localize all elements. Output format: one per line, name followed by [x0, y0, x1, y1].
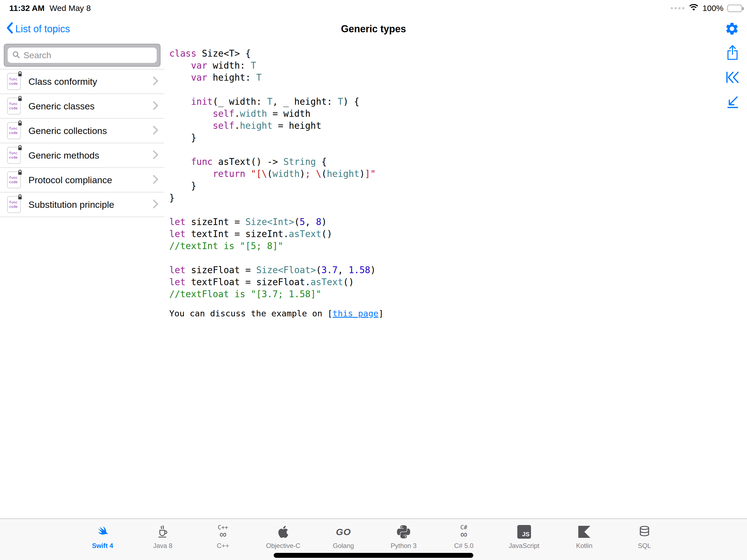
js-icon-text: JS	[522, 531, 530, 538]
tab-label: Java 8	[153, 542, 173, 550]
sidebar-item-label: Protocol compliance	[28, 175, 153, 185]
chevron-right-icon	[153, 101, 158, 111]
tab-swift[interactable]: Swift 4	[73, 523, 133, 560]
main-area: func ( code Class conformity func ( code…	[0, 44, 747, 518]
code-line: var width: T	[169, 59, 714, 72]
code-line: let sizeFloat = Size<Float>(3.7, 1.58)	[169, 264, 714, 276]
chevron-right-icon	[153, 175, 158, 185]
status-date: Wed May 8	[50, 4, 91, 13]
code-block: class Size<T> { var width: T var height:…	[169, 48, 714, 300]
topic-list: func ( code Class conformity func ( code…	[0, 69, 164, 217]
apple-icon	[277, 523, 289, 541]
jump-to-start-button[interactable]	[725, 70, 740, 85]
search-bar	[4, 44, 160, 67]
search-icon	[12, 51, 20, 60]
sidebar-item-label: Generic classes	[28, 101, 153, 111]
code-line: init(_ width: T, _ height: T) {	[169, 96, 714, 108]
code-line: //textInt is "[5; 8]"	[169, 240, 714, 252]
discussion-note-suffix: ]	[379, 308, 384, 318]
lock-icon	[18, 121, 22, 127]
chevron-right-icon	[153, 150, 158, 160]
page-title: Generic types	[0, 23, 747, 35]
chevron-left-icon	[6, 22, 13, 36]
go-icon-text: GO	[336, 527, 351, 537]
discussion-note-prefix: You can discuss the example on [	[169, 308, 333, 318]
code-doc-icon: func ( code	[7, 172, 21, 188]
sidebar-item-generic-classes[interactable]: func ( code Generic classes	[0, 94, 164, 119]
code-doc-icon: func ( code	[7, 73, 21, 90]
infinity-glyph: ∞	[220, 529, 227, 539]
code-line: var height: T	[169, 72, 714, 84]
code-line: let sizeInt = Size<Int>(5, 8)	[169, 216, 714, 228]
share-button[interactable]	[726, 45, 739, 61]
sidebar-item-label: Substitution principle	[28, 199, 153, 210]
code-line: }	[169, 192, 714, 204]
tab-kotlin[interactable]: Kotlin	[554, 523, 614, 560]
python-icon	[397, 523, 410, 541]
sidebar: func ( code Class conformity func ( code…	[0, 44, 164, 518]
tab-cpp[interactable]: C++∞ C++	[193, 523, 253, 560]
discussion-link[interactable]: this page	[333, 308, 379, 318]
back-button[interactable]: List of topics	[6, 14, 70, 44]
search-box	[8, 48, 157, 63]
infinity-glyph: ∞	[460, 529, 467, 539]
status-bar: 11:32 AM Wed May 8 100%	[0, 0, 747, 14]
code-line	[169, 252, 714, 264]
discussion-note: You can discuss the example on [this pag…	[169, 308, 714, 318]
lock-icon	[18, 96, 22, 103]
battery-percent: 100%	[702, 4, 723, 13]
tab-label: JavaScript	[509, 542, 539, 550]
cellular-dots-icon	[671, 7, 685, 9]
settings-button[interactable]	[725, 21, 739, 37]
doc-icon-text: code	[9, 81, 20, 86]
code-line: func asText() -> String {	[169, 156, 714, 168]
java-icon	[156, 523, 169, 541]
swift-icon	[96, 523, 110, 541]
csharp-icon: C#∞	[460, 523, 467, 541]
tab-sql[interactable]: SQL	[614, 523, 674, 560]
chevron-right-icon	[153, 199, 158, 210]
lock-icon	[18, 195, 22, 201]
search-input[interactable]	[24, 50, 152, 60]
status-right: 100%	[671, 4, 742, 13]
code-line	[169, 144, 714, 156]
code-line: self.height = height	[169, 120, 714, 132]
code-line: return "[\(width); \(height)]"	[169, 168, 714, 180]
skip-to-start-icon	[725, 71, 740, 85]
sidebar-item-protocol-compliance[interactable]: func ( code Protocol compliance	[0, 168, 164, 193]
tab-javascript[interactable]: JS JavaScript	[494, 523, 554, 560]
code-doc-icon: func ( code	[7, 98, 21, 114]
code-line: self.width = width	[169, 108, 714, 120]
sidebar-item-generic-methods[interactable]: func ( code Generic methods	[0, 143, 164, 168]
lock-icon	[18, 170, 22, 176]
code-line: let textInt = sizeInt.asText()	[169, 228, 714, 240]
sidebar-item-class-conformity[interactable]: func ( code Class conformity	[0, 70, 164, 94]
tab-java[interactable]: Java 8	[133, 523, 193, 560]
arrow-down-left-icon	[726, 95, 739, 110]
code-doc-icon: func ( code	[7, 196, 21, 213]
home-indicator[interactable]	[274, 553, 473, 558]
javascript-icon: JS	[517, 523, 531, 541]
sidebar-item-label: Generic collections	[28, 126, 153, 136]
back-label: List of topics	[15, 23, 70, 35]
status-left: 11:32 AM Wed May 8	[9, 4, 91, 13]
sql-icon	[638, 523, 651, 541]
code-line: //textFloat is "[3.7; 1.58]"	[169, 288, 714, 300]
lock-icon	[18, 145, 22, 152]
code-line	[169, 204, 714, 216]
tab-label: C# 5.0	[454, 542, 473, 550]
wifi-icon	[689, 4, 699, 13]
kotlin-icon	[578, 523, 590, 541]
resize-button[interactable]	[726, 95, 739, 110]
code-line: let textFloat = sizeFloat.asText()	[169, 276, 714, 288]
doc-icon-text: code	[9, 205, 20, 209]
code-doc-icon: func ( code	[7, 122, 21, 139]
sidebar-item-substitution-principle[interactable]: func ( code Substitution principle	[0, 193, 164, 217]
sidebar-item-label: Class conformity	[28, 76, 153, 87]
tab-label: C++	[217, 542, 229, 550]
sidebar-item-label: Generic methods	[28, 150, 153, 161]
share-icon	[726, 45, 739, 62]
code-line: class Size<T> {	[169, 48, 714, 59]
sidebar-item-generic-collections[interactable]: func ( code Generic collections	[0, 119, 164, 143]
chevron-right-icon	[153, 76, 158, 87]
